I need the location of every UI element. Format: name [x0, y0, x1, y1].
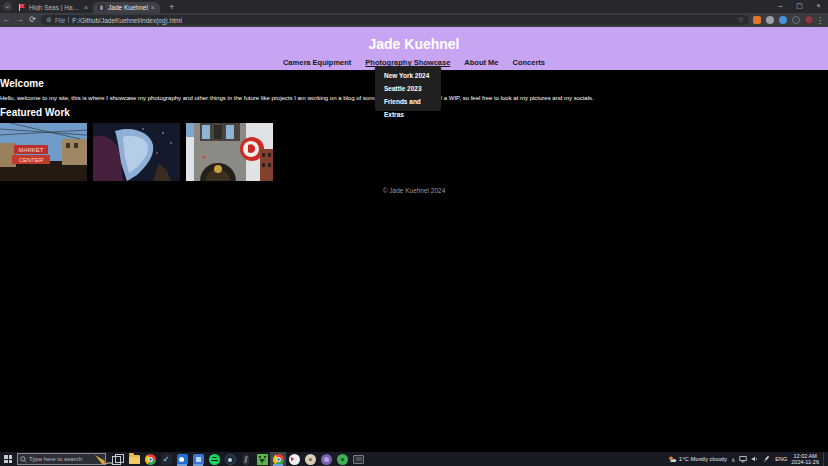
welcome-paragraph: Hello, welcome to my site, this is where…	[0, 95, 700, 101]
dropdown-item-seattle-2023[interactable]: Seattle 2023	[375, 82, 441, 95]
extension-icon-orange[interactable]	[753, 16, 761, 24]
minecraft-icon[interactable]	[254, 452, 270, 466]
close-window-button[interactable]: ×	[809, 0, 828, 12]
nav-about-me[interactable]: About Me	[464, 58, 498, 67]
reload-icon[interactable]: ⟳	[26, 13, 39, 27]
featured-photo-row: MARKET CENTER	[0, 123, 273, 181]
browser-chrome: ⌄ High Seas | Hack Club × Jade Kuehnel ×…	[0, 0, 828, 27]
back-icon[interactable]: ←	[0, 13, 13, 27]
address-separator	[68, 17, 69, 23]
site-header: Jade Kuehnel Camera Equipment Photograph…	[0, 27, 828, 70]
beige-app-icon[interactable]	[302, 452, 318, 466]
slim-dark-app-icon[interactable]	[238, 452, 254, 466]
extension-icon-blue[interactable]	[779, 16, 787, 24]
file-badge-icon[interactable]: ⊘	[46, 16, 52, 24]
tray-monitor-icon[interactable]	[739, 455, 747, 463]
market-sign-image: MARKET CENTER	[0, 123, 87, 181]
show-desktop-button[interactable]	[823, 452, 826, 466]
night-structure-image	[93, 123, 180, 181]
green-app-icon[interactable]	[334, 452, 350, 466]
address-scheme: File	[55, 17, 65, 24]
tab-title: High Seas | Hack Club	[29, 4, 81, 11]
extension-icon-gray[interactable]	[766, 16, 774, 24]
svg-text:CENTER: CENTER	[19, 157, 44, 163]
taskbar-apps: ✓	[126, 452, 366, 466]
minimize-button[interactable]: –	[771, 0, 790, 12]
dropdown-item-new-york-2024[interactable]: New York 2024	[375, 69, 441, 82]
window-controls: – ▢ ×	[771, 0, 828, 12]
photography-showcase-dropdown: New York 2024 Seattle 2023 Friends and E…	[375, 66, 441, 111]
address-bar[interactable]: ⊘ File F:/Github/JadeKuehnel/index(og).h…	[41, 15, 749, 25]
profile-avatar[interactable]	[804, 16, 813, 25]
white-red-app-icon[interactable]	[286, 452, 302, 466]
extension-icon-dark[interactable]	[792, 16, 800, 24]
mail-app-icon[interactable]	[174, 452, 190, 466]
maximize-button[interactable]: ▢	[790, 0, 809, 12]
welcome-heading: Welcome	[0, 78, 44, 89]
page-title: Jade Kuehnel	[0, 36, 828, 52]
dropdown-item-friends-and-extras[interactable]: Friends and Extras	[375, 95, 441, 108]
taskbar: ✓ 1°C Mostly cloudy ∧	[0, 452, 828, 466]
firehouse-image	[186, 123, 273, 181]
search-icon	[20, 456, 27, 463]
screen: ⌄ High Seas | Hack Club × Jade Kuehnel ×…	[0, 0, 828, 466]
task-view-icon[interactable]	[112, 454, 122, 464]
monitor-app-icon[interactable]	[350, 452, 366, 466]
forward-icon[interactable]: →	[13, 13, 26, 27]
hack-club-favicon	[19, 4, 26, 11]
taskbar-search[interactable]	[17, 453, 106, 465]
browser-toolbar: ← → ⟳ ⊘ File F:/Github/JadeKuehnel/index…	[0, 13, 828, 27]
close-tab-icon[interactable]: ×	[84, 4, 88, 11]
taskbar-clock[interactable]: 12:02 AM 2024-11-26	[791, 453, 819, 465]
tab-high-seas[interactable]: High Seas | Hack Club ×	[14, 2, 93, 13]
weather-widget[interactable]: 1°C Mostly cloudy	[668, 455, 727, 463]
spotify-icon[interactable]	[206, 452, 222, 466]
bookmark-star-icon[interactable]: ☆	[738, 16, 744, 24]
featured-photo-firehouse[interactable]	[186, 123, 273, 181]
chrome-icon[interactable]	[142, 452, 158, 466]
start-button-icon[interactable]	[4, 455, 12, 463]
tab-title: Jade Kuehnel	[108, 4, 148, 11]
tray-pen-icon[interactable]	[763, 455, 771, 463]
search-input[interactable]	[29, 456, 89, 462]
address-text: F:/Github/JadeKuehnel/index(og).html	[72, 17, 181, 24]
jade-favicon	[98, 4, 105, 11]
language-indicator[interactable]: ENG	[775, 456, 787, 462]
svg-text:MARKET: MARKET	[18, 147, 43, 153]
webpage: Jade Kuehnel Camera Equipment Photograph…	[0, 27, 828, 452]
nav-concerts[interactable]: Concerts	[513, 58, 546, 67]
tray-speaker-icon[interactable]	[751, 455, 759, 463]
featured-photo-night-structure[interactable]	[93, 123, 180, 181]
featured-work-heading: Featured Work	[0, 107, 70, 118]
purple-app-icon[interactable]	[318, 452, 334, 466]
tab-jade-kuehnel[interactable]: Jade Kuehnel ×	[93, 2, 160, 13]
tray-chevron-up-icon[interactable]: ∧	[731, 456, 735, 463]
close-tab-icon[interactable]: ×	[151, 4, 155, 11]
tab-strip: ⌄ High Seas | Hack Club × Jade Kuehnel ×…	[0, 0, 828, 13]
system-tray: 1°C Mostly cloudy ∧ ENG 12:02 AM 2024-11…	[668, 452, 826, 466]
clock-date: 2024-11-26	[791, 459, 819, 465]
extensions-row	[753, 16, 800, 24]
browser-menu-icon[interactable]: ⋮	[816, 16, 824, 25]
new-tab-button[interactable]: +	[166, 2, 177, 12]
page-footer: © Jade Kuehnel 2024	[0, 187, 828, 194]
steam-icon[interactable]	[222, 452, 238, 466]
chrome-active-window-icon[interactable]	[270, 452, 286, 466]
blue-square-app-icon[interactable]	[190, 452, 206, 466]
featured-photo-market-sign[interactable]: MARKET CENTER	[0, 123, 87, 181]
swoosh-app-icon[interactable]: ✓	[158, 452, 174, 466]
nav-camera-equipment[interactable]: Camera Equipment	[283, 58, 351, 67]
weather-icon	[668, 455, 677, 463]
tab-search-icon[interactable]: ⌄	[3, 2, 12, 11]
file-explorer-icon[interactable]	[126, 452, 142, 466]
weather-text: 1°C Mostly cloudy	[679, 456, 727, 462]
